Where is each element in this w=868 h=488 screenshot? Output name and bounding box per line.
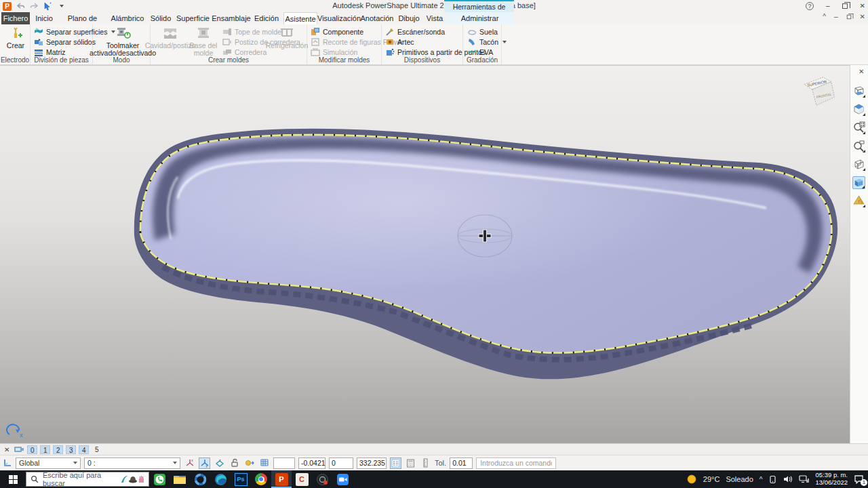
tab-vista[interactable]: Vista	[423, 12, 446, 24]
levels-icon[interactable]	[14, 445, 24, 453]
select-cursor-icon[interactable]	[43, 1, 52, 11]
level-button-1[interactable]: 1	[40, 445, 50, 454]
componente-button[interactable]: Componente	[311, 27, 363, 37]
taskbar-icon-recorder[interactable]	[312, 470, 332, 488]
level-button-5[interactable]: 5	[92, 445, 102, 454]
taskbar-icon-powershape[interactable]: P	[271, 470, 292, 488]
coord-z-field[interactable]: 332.235	[357, 458, 387, 469]
doc-restore-button[interactable]	[846, 15, 850, 19]
doc-minimize-button[interactable]: –	[834, 13, 838, 21]
tolerance-field[interactable]: 0.01	[450, 458, 473, 469]
taskbar-icon-camera[interactable]	[332, 470, 353, 488]
tab-visualizacion[interactable]: Visualización	[317, 12, 359, 24]
draft-analysis-pyramid-icon[interactable]: !	[852, 195, 865, 207]
notification-badge: 1	[861, 479, 867, 486]
viewport-canvas[interactable]: SUPERIOR FRONTAL x	[0, 65, 850, 443]
tab-anotacion[interactable]: Anotación	[359, 12, 395, 24]
command-input[interactable]	[476, 458, 556, 469]
coord-y-field[interactable]: 0	[329, 458, 353, 469]
taskbar-icon-whatsapp[interactable]	[149, 470, 170, 488]
tab-dibujo[interactable]: Dibujo	[395, 12, 423, 24]
level-button-3[interactable]: 3	[66, 445, 76, 454]
crear-electrodo-button[interactable]: Crear	[0, 26, 35, 49]
taskbar-search[interactable]: Escribe aquí para buscar	[26, 472, 149, 487]
tray-chevron-up-icon[interactable]: ^	[760, 476, 763, 483]
separar-solidos-button[interactable]: Separar sólidos	[34, 37, 96, 47]
help-icon[interactable]: ?	[806, 2, 814, 10]
tab-ensamblaje[interactable]: Ensamblaje	[212, 12, 251, 24]
iso-view-cube-icon[interactable]	[852, 103, 865, 116]
z-axis-lock-icon[interactable]: z	[214, 458, 225, 469]
group-division-de-piezas: Separar superficies Separar sólidos Matr…	[31, 24, 93, 64]
tacon-button[interactable]: Tacón	[467, 37, 507, 47]
wireframe-cube-icon[interactable]	[852, 158, 865, 171]
shaded-view-cube-icon[interactable]	[852, 176, 865, 189]
calculator-icon[interactable]	[405, 458, 416, 469]
x-axis-lock-icon[interactable]: x	[184, 458, 195, 469]
redo-icon[interactable]	[29, 1, 39, 11]
refrigeracion-button[interactable]: Refrigeración	[269, 26, 305, 49]
grid-icon[interactable]	[258, 458, 270, 469]
doc-close-button[interactable]: ✕	[860, 13, 865, 21]
item-list-icon[interactable]	[390, 458, 401, 469]
view-from-bottom-cube-icon[interactable]	[852, 85, 865, 98]
network-display-icon[interactable]	[799, 475, 809, 483]
tray-temperature[interactable]: 29°C	[703, 475, 720, 483]
toolmaker-button[interactable]: Toolmaker activado/desactivado	[102, 26, 144, 57]
taskbar-icon-settings-ring[interactable]	[190, 470, 210, 488]
taskbar-icon-photoshop[interactable]: Ps	[231, 470, 251, 488]
undo-icon[interactable]	[16, 1, 25, 11]
clock[interactable]: 05:39 p. m. 13/06/2022	[815, 472, 848, 487]
coord-x-field[interactable]: -0.0421	[298, 458, 326, 469]
zoom-window-icon[interactable]	[852, 140, 865, 152]
component-icon	[311, 27, 320, 37]
simulacion-button[interactable]: Simulación	[311, 47, 357, 57]
speaker-icon[interactable]	[783, 475, 793, 483]
tab-fichero[interactable]: Fichero	[1, 12, 30, 24]
cavidad-postizo-button[interactable]: Cavidad/postizo	[151, 26, 189, 49]
ruler-icon[interactable]	[420, 458, 431, 469]
suela-button[interactable]: Suela	[467, 27, 498, 37]
tab-inicio[interactable]: Inicio	[31, 12, 57, 24]
intelligent-cursor-icon[interactable]	[243, 458, 255, 469]
tab-asistente[interactable]: Asistente	[283, 12, 317, 24]
base-del-molde-button[interactable]: Base del molde	[187, 26, 220, 57]
tab-alambrico[interactable]: Alámbrico	[108, 12, 147, 24]
eva-button[interactable]: EVA	[467, 47, 493, 57]
tab-plano-de-trabajo[interactable]: Plano de trabajo	[57, 12, 108, 24]
minimize-button[interactable]: –	[826, 2, 830, 10]
taskbar-icon-chrome[interactable]	[251, 470, 271, 488]
taskbar-icon-file-explorer[interactable]	[170, 470, 190, 488]
taskbar-icon-camtasia[interactable]: C	[292, 470, 312, 488]
level-select[interactable]: 0 :	[84, 458, 180, 469]
padlock-icon[interactable]	[229, 458, 240, 469]
powershape-logo[interactable]: P	[3, 2, 12, 11]
workplane-select[interactable]: Global	[16, 458, 81, 469]
y-axis-lock-icon[interactable]: y	[199, 458, 210, 469]
qat-customize-caret-icon[interactable]	[56, 1, 66, 11]
level-button-4[interactable]: 4	[79, 445, 89, 454]
start-button[interactable]	[0, 470, 26, 488]
tab-superficie[interactable]: Superficie	[174, 12, 212, 24]
taskbar-icon-edge[interactable]	[210, 470, 231, 488]
restore-button[interactable]	[842, 3, 848, 9]
document-window-controls: ^ – ✕	[823, 13, 865, 21]
tab-solido[interactable]: Sólido	[147, 12, 174, 24]
view-cube[interactable]: SUPERIOR FRONTAL	[804, 76, 835, 106]
corredera-button[interactable]: Corredera	[222, 47, 267, 57]
escaner-sonda-button[interactable]: Escáner/sonda	[385, 27, 445, 37]
level-button-2[interactable]: 2	[53, 445, 63, 454]
phone-link-icon[interactable]	[768, 475, 777, 484]
matriz-button[interactable]: Matriz	[34, 47, 66, 57]
doc-pin-button[interactable]: ^	[823, 13, 826, 21]
tab-edicion[interactable]: Edición	[251, 12, 282, 24]
zoom-to-fit-icon[interactable]	[852, 121, 865, 134]
close-button[interactable]: ✕	[860, 2, 865, 10]
view-toolbar-close-icon[interactable]: ✕	[859, 68, 864, 75]
tab-administrar[interactable]: Administrar	[446, 12, 513, 24]
levels-close-icon[interactable]: ✕	[4, 446, 9, 453]
tray-condition[interactable]: Soleado	[726, 475, 753, 483]
artec-button[interactable]: Artec	[385, 37, 414, 47]
level-button-0[interactable]: 0	[27, 445, 37, 454]
notification-center-button[interactable]: 1	[854, 474, 864, 484]
